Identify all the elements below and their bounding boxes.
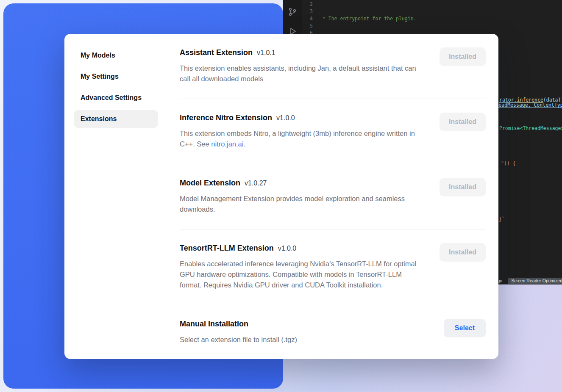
manual-installation-title: Manual Installation [180,320,248,328]
line-number: 3 [304,8,313,15]
extension-title: Model Extension [180,179,240,187]
extension-row: Assistant Extensionv1.0.1 This extension… [180,34,486,99]
code-token: Promise [499,125,520,131]
extension-row: Inference Nitro Extensionv1.0.0 This ext… [180,99,486,164]
code-line: * The entrypoint for the plugin. [320,15,562,22]
extension-info: TensortRT-LLM Extensionv1.0.0 Enables ac… [180,243,425,290]
manual-installation-description: Select an extension file to install (.tg… [180,334,297,345]
code-token: )); [558,97,562,103]
line-number: 4 [304,15,313,22]
select-file-button[interactable]: Select [444,319,486,337]
extension-version: v1.0.27 [245,179,267,187]
extension-info: Model Extensionv1.0.27 Model Management … [180,178,425,215]
extension-description: This extension embeds Nitro, a lightweig… [180,128,425,149]
extensions-panel: Assistant Extensionv1.0.1 This extension… [165,34,498,359]
sidebar-item-label: My Settings [81,73,119,80]
installed-button[interactable]: Installed [440,178,486,196]
line-number: 5 [304,22,313,30]
code-comment: * The entrypoint for the plugin. [320,16,416,22]
settings-modal: My Models My Settings Advanced Settings … [64,34,498,359]
sidebar-item-my-settings[interactable]: My Settings [74,68,158,86]
extension-version: v1.0.0 [278,245,297,252]
sidebar-item-label: Extensions [81,115,117,123]
installed-button[interactable]: Installed [440,243,486,262]
extension-info: Assistant Extensionv1.0.1 This extension… [180,47,425,84]
extension-title: Inference Nitro Extension [180,113,272,122]
extension-version: v1.0.0 [276,114,295,121]
source-control-icon[interactable] [287,7,298,17]
sidebar-item-label: Advanced Settings [81,94,142,102]
code-fragment: rator.inference(data)); [499,97,562,103]
code-token: ")) { [501,160,516,166]
extension-row: TensortRT-LLM Extensionv1.0.0 Enables ac… [180,229,486,305]
extension-title: TensortRT-LLM Extension [180,244,274,252]
installed-button[interactable]: Installed [440,47,486,66]
extension-version: v1.0.1 [257,49,275,56]
sidebar-item-label: My Models [81,52,115,59]
extension-description: Enables accelerated inference leveraging… [180,259,425,290]
code-token: ( [543,97,546,103]
code-token: rator. [499,97,517,103]
code-token: data [546,97,558,103]
settings-sidebar: My Models My Settings Advanced Settings … [64,34,165,359]
sidebar-item-extensions[interactable]: Extensions [74,110,158,128]
installed-button[interactable]: Installed [440,113,486,131]
editor-line-numbers: 2 3 4 5 6 [304,1,313,37]
line-number: 2 [304,1,313,8]
extension-title: Assistant Extension [180,48,253,57]
manual-installation-row: Manual Installation Select an extension … [180,305,486,359]
extension-row: Model Extensionv1.0.27 Model Management … [180,164,486,229]
code-token: <ThreadMessage> [520,125,562,131]
extension-description: This extension enables assistants, inclu… [180,63,425,84]
extension-description: Model Management Extension provides mode… [180,193,425,215]
nitro-jan-ai-link[interactable]: nitro.jan.ai. [211,140,245,148]
sidebar-item-advanced-settings[interactable]: Advanced Settings [74,89,158,107]
code-fragment: ")) { [501,160,516,166]
screen-reader-badge[interactable]: Screen Reader Optimized [508,278,562,284]
sidebar-item-my-models[interactable]: My Models [74,47,158,64]
code-token: inference [517,97,543,103]
extension-info: Manual Installation Select an extension … [180,319,297,345]
extension-info: Inference Nitro Extensionv1.0.0 This ext… [180,113,425,149]
code-fragment: Promise<ThreadMessage> [499,125,562,131]
